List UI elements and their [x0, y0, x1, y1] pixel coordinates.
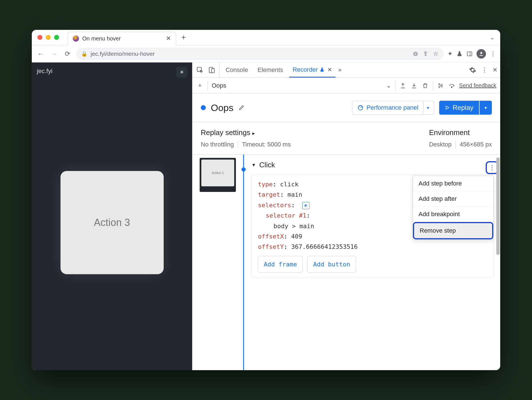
edit-title-button[interactable]: [238, 105, 245, 111]
step-title-text: Click: [259, 161, 275, 169]
replay-settings-col: Replay settings ▸ No throttling Timeout:…: [201, 128, 291, 148]
minimize-window-button[interactable]: [46, 35, 51, 40]
svg-rect-5: [212, 69, 214, 73]
forward-button[interactable]: →: [49, 49, 59, 59]
timeline: [238, 155, 249, 370]
replay-button[interactable]: Replay: [439, 101, 479, 115]
action-card[interactable]: Action 3: [61, 171, 164, 274]
favicon-icon: [73, 35, 79, 42]
lock-icon: 🔒: [81, 51, 87, 57]
back-button[interactable]: ←: [36, 49, 45, 59]
browser-tab[interactable]: On menu hover ✕: [67, 32, 176, 45]
chevron-down-icon: ⌄: [386, 82, 391, 89]
new-tab-button[interactable]: +: [181, 33, 186, 42]
timeline-dot-icon: [241, 167, 246, 172]
step-body: ▼ Click ⋮ type: click target: main selec…: [249, 155, 500, 370]
settings-row: Replay settings ▸ No throttling Timeout:…: [192, 122, 500, 155]
throttle-value: No throttling: [201, 141, 234, 148]
panel-icon[interactable]: [466, 51, 473, 57]
browser-menu-button[interactable]: ⋮: [490, 50, 496, 57]
environment-col: Environment Desktop 456×685 px: [429, 128, 492, 148]
devtools-panel: Console Elements Recorder ✕ » ⋮ ✕: [192, 62, 500, 370]
close-window-button[interactable]: [37, 35, 42, 40]
inspect-element-icon[interactable]: [196, 66, 204, 74]
environment-title: Environment: [429, 128, 492, 137]
add-button-button[interactable]: Add button: [307, 256, 356, 273]
replay-settings-title[interactable]: Replay settings ▸: [201, 128, 291, 137]
tab-console[interactable]: Console: [222, 62, 252, 78]
ctx-remove-step[interactable]: Remove step: [413, 222, 493, 239]
caret-right-icon: ▸: [252, 131, 255, 136]
replay-dropdown[interactable]: ▾: [480, 101, 492, 115]
action-card-label: Action 3: [94, 217, 130, 228]
tab-title: On menu hover: [82, 35, 121, 42]
svg-point-6: [451, 86, 452, 88]
content-area: jec.fyi ☀ Action 3 Console Elements: [32, 62, 500, 370]
tabs-overflow-button[interactable]: ⌄: [490, 34, 495, 41]
env-dimensions: 456×685 px: [460, 141, 492, 148]
profile-avatar[interactable]: [477, 49, 486, 59]
send-feedback-link[interactable]: Send feedback: [459, 82, 496, 89]
svg-point-2: [480, 52, 482, 54]
performance-panel-button[interactable]: Performance panel: [352, 101, 424, 115]
step-context-menu: Add step before Add step after Add break…: [413, 176, 494, 240]
play-step-icon[interactable]: [437, 82, 444, 89]
theme-toggle-button[interactable]: ☀: [176, 67, 187, 78]
more-tabs-button[interactable]: »: [338, 66, 342, 74]
add-frame-button[interactable]: Add frame: [258, 256, 303, 273]
window-controls: [37, 35, 59, 40]
devtools-tabs: Console Elements Recorder ✕ » ⋮ ✕: [192, 62, 500, 78]
url-text: jec.fyi/demo/menu-hover: [91, 50, 155, 57]
browser-window: On menu hover ✕ + ⌄ ← → ⟳ 🔒 jec.fyi/demo…: [32, 30, 500, 370]
extensions-icon[interactable]: ✦: [448, 50, 453, 57]
zoom-out-icon[interactable]: ⊖: [413, 50, 418, 57]
gauge-icon: [357, 105, 364, 111]
selector-picker-icon[interactable]: ◩: [302, 202, 309, 209]
reload-button[interactable]: ⟳: [63, 49, 72, 59]
devtools-close-button[interactable]: ✕: [492, 66, 497, 74]
address-right-icons: ⊖ ⇪ ☆: [413, 50, 439, 57]
add-recording-button[interactable]: +: [196, 82, 204, 89]
ctx-add-step-before[interactable]: Add step before: [413, 176, 493, 191]
delete-icon[interactable]: [422, 82, 429, 89]
share-icon[interactable]: ⇪: [423, 50, 428, 57]
titlebar: On menu hover ✕ + ⌄: [32, 30, 500, 45]
recording-selector[interactable]: Oops ⌄: [212, 82, 391, 89]
import-icon[interactable]: [410, 82, 418, 89]
play-icon: [445, 105, 450, 110]
recorder-toolbar: + Oops ⌄: [192, 78, 500, 93]
tab-close-button[interactable]: ✕: [166, 35, 171, 42]
labs-icon[interactable]: [456, 51, 463, 57]
step-over-icon[interactable]: [448, 82, 455, 89]
devtools-inspect-group: [195, 62, 219, 78]
timeout-value: Timeout: 5000 ms: [242, 141, 291, 148]
address-bar[interactable]: 🔒 jec.fyi/demo/menu-hover ⊖ ⇪ ☆: [76, 48, 444, 60]
export-icon[interactable]: [399, 82, 407, 89]
site-title: jec.fyi: [37, 68, 187, 75]
recording-status-dot: [201, 105, 206, 110]
devtools-menu-button[interactable]: ⋮: [481, 66, 487, 74]
recording-title: Oops: [211, 102, 233, 113]
step-header[interactable]: ▼ Click: [249, 157, 494, 174]
caret-down-icon: ▼: [252, 163, 256, 168]
maximize-window-button[interactable]: [54, 35, 59, 40]
flask-icon: [320, 67, 325, 72]
steps-area: Action 1 ▼ Click ⋮ type: click target:: [192, 155, 500, 370]
scrollbar[interactable]: [496, 157, 500, 255]
tab-close-icon[interactable]: ✕: [327, 66, 332, 73]
env-device: Desktop: [429, 141, 452, 148]
ctx-add-step-after[interactable]: Add step after: [413, 191, 493, 207]
performance-dropdown[interactable]: ▾: [422, 101, 434, 115]
devtools-right-icons: ⋮ ✕: [469, 66, 497, 74]
tab-recorder[interactable]: Recorder ✕: [289, 62, 335, 78]
bookmark-icon[interactable]: ☆: [433, 50, 439, 57]
recording-header: Oops Performance panel ▾ Replay ▾: [192, 93, 500, 122]
step-thumbnail[interactable]: Action 1: [200, 158, 236, 370]
svg-rect-0: [467, 52, 472, 56]
settings-icon[interactable]: [469, 66, 476, 74]
tab-elements[interactable]: Elements: [254, 62, 287, 78]
toolbar: ← → ⟳ 🔒 jec.fyi/demo/menu-hover ⊖ ⇪ ☆ ✦ …: [32, 45, 500, 62]
page-viewport: jec.fyi ☀ Action 3: [32, 62, 192, 370]
ctx-add-breakpoint[interactable]: Add breakpoint: [413, 207, 493, 222]
device-toggle-icon[interactable]: [208, 66, 215, 74]
